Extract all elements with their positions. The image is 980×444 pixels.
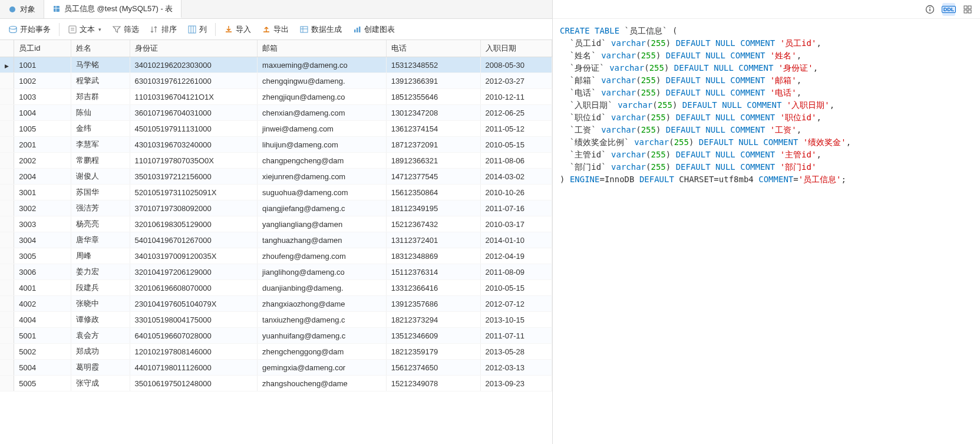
cell[interactable]: 540104196701267000: [130, 232, 258, 248]
cell[interactable]: 320104197206129000: [130, 264, 258, 280]
row-gutter[interactable]: [0, 89, 14, 105]
row-gutter[interactable]: [0, 73, 14, 89]
table-row[interactable]: 3005周峰340103197009120035Xzhoufeng@dameng…: [0, 248, 552, 264]
cell[interactable]: 3005: [14, 248, 71, 264]
table-row[interactable]: 3006姜力宏320104197206129000jianglihong@dam…: [0, 264, 552, 280]
cell[interactable]: 2011-08-09: [480, 264, 552, 280]
cell[interactable]: 姜力宏: [71, 264, 130, 280]
cell[interactable]: 450105197911131000: [130, 121, 258, 137]
row-gutter[interactable]: [0, 137, 14, 153]
tab-0[interactable]: 对象: [0, 0, 44, 18]
cell[interactable]: 15612374650: [386, 360, 480, 376]
cell[interactable]: 2011-08-06: [480, 153, 552, 169]
cell[interactable]: 13912357686: [386, 296, 480, 312]
cell[interactable]: 2013-09-23: [480, 376, 552, 392]
cell[interactable]: jinwei@dameng.com: [258, 121, 387, 137]
cell[interactable]: 谭修政: [71, 312, 130, 328]
row-gutter[interactable]: [0, 280, 14, 296]
row-gutter[interactable]: [0, 121, 14, 137]
cell[interactable]: 3003: [14, 216, 71, 232]
cell[interactable]: 18912366321: [386, 153, 480, 169]
cell[interactable]: 陈仙: [71, 105, 130, 121]
cell[interactable]: 330105198004175000: [130, 312, 258, 328]
cell[interactable]: 630103197612261000: [130, 73, 258, 89]
cell[interactable]: 2010-12-11: [480, 89, 552, 105]
cell[interactable]: zhengchenggong@dam: [258, 344, 387, 360]
cell[interactable]: 13112372401: [386, 232, 480, 248]
cell[interactable]: 3002: [14, 200, 71, 216]
table-row[interactable]: 4001段建兵320106196608070000duanjianbing@da…: [0, 280, 552, 296]
cell[interactable]: 2002: [14, 153, 71, 169]
cell[interactable]: 张守成: [71, 376, 130, 392]
cell[interactable]: changpengcheng@dam: [258, 153, 387, 169]
cell[interactable]: tanghuazhang@damen: [258, 232, 387, 248]
column-header[interactable]: 姓名: [71, 40, 130, 57]
cell[interactable]: 15112376314: [386, 264, 480, 280]
cell[interactable]: 3004: [14, 232, 71, 248]
cell[interactable]: chenxian@dameng.com: [258, 105, 387, 121]
filter-button[interactable]: 筛选: [107, 22, 144, 37]
cell[interactable]: 5001: [14, 328, 71, 344]
datagen-button[interactable]: 数据生成: [295, 22, 347, 37]
ddl-button[interactable]: DDL: [942, 3, 955, 16]
cell[interactable]: 杨亮亮: [71, 216, 130, 232]
cell[interactable]: 18212373294: [386, 312, 480, 328]
cell[interactable]: 440107198011126000: [130, 360, 258, 376]
cell[interactable]: 1001: [14, 57, 71, 73]
row-gutter[interactable]: [0, 57, 14, 73]
cell[interactable]: 2012-04-19: [480, 248, 552, 264]
cell[interactable]: 5002: [14, 344, 71, 360]
cell[interactable]: 3001: [14, 185, 71, 200]
cell[interactable]: 110103196704121O1X: [130, 89, 258, 105]
cell[interactable]: 2012-07-12: [480, 296, 552, 312]
row-gutter[interactable]: [0, 169, 14, 185]
cell[interactable]: tanxiuzheng@dameng.c: [258, 312, 387, 328]
cell[interactable]: 18512355646: [386, 89, 480, 105]
table-row[interactable]: 4004谭修政330105198004175000tanxiuzheng@dam…: [0, 312, 552, 328]
cell[interactable]: 1004: [14, 105, 71, 121]
cell[interactable]: 2004: [14, 169, 71, 185]
table-row[interactable]: 2001李慧军430103196703240000lihuijun@dameng…: [0, 137, 552, 153]
cell[interactable]: 370107197308092000: [130, 200, 258, 216]
table-row[interactable]: 2002常鹏程110107197807035O0Xchangpengcheng@…: [0, 153, 552, 169]
cell[interactable]: 430103196703240000: [130, 137, 258, 153]
cell[interactable]: 2012-03-13: [480, 360, 552, 376]
tab-1[interactable]: 员工信息 @test (MySQL57) - 表: [44, 0, 182, 18]
row-gutter[interactable]: [0, 216, 14, 232]
cell[interactable]: 1005: [14, 121, 71, 137]
cell[interactable]: 2010-05-15: [480, 137, 552, 153]
row-gutter[interactable]: [0, 264, 14, 280]
cell[interactable]: xiejunren@dameng.com: [258, 169, 387, 185]
cell[interactable]: 唐华章: [71, 232, 130, 248]
cell[interactable]: qiangjiefang@dameng.c: [258, 200, 387, 216]
cell[interactable]: 2008-05-30: [480, 57, 552, 73]
cell[interactable]: 120102197808146000: [130, 344, 258, 360]
row-gutter[interactable]: [0, 185, 14, 200]
cell[interactable]: zhangshoucheng@dame: [258, 376, 387, 392]
row-gutter[interactable]: [0, 312, 14, 328]
table-row[interactable]: 3002强洁芳370107197308092000qiangjiefang@da…: [0, 200, 552, 216]
cell[interactable]: 4001: [14, 280, 71, 296]
cell[interactable]: 18712372091: [386, 137, 480, 153]
cell[interactable]: gemingxia@dameng.cor: [258, 360, 387, 376]
row-gutter[interactable]: [0, 248, 14, 264]
column-header[interactable]: 身份证: [130, 40, 258, 57]
columns-button[interactable]: 列: [183, 22, 212, 37]
export-button[interactable]: 导出: [257, 22, 293, 37]
table-row[interactable]: 2004谢俊人350103197212156000xiejunren@damen…: [0, 169, 552, 185]
start-transaction-button[interactable]: 开始事务: [4, 22, 55, 37]
cell[interactable]: 2001: [14, 137, 71, 153]
cell[interactable]: 14712377545: [386, 169, 480, 185]
ddl-code[interactable]: CREATE TABLE `员工信息` ( `员工id` varchar(255…: [553, 19, 980, 444]
table-row[interactable]: 1004陈仙360107196704031000chenxian@dameng.…: [0, 105, 552, 121]
table-row[interactable]: 3004唐华章540104196701267000tanghuazhang@da…: [0, 232, 552, 248]
row-gutter[interactable]: [0, 200, 14, 216]
data-grid[interactable]: 员工id姓名身份证邮箱电话入职日期 1001马学铭340102196202303…: [0, 40, 552, 444]
cell[interactable]: 350103197212156000: [130, 169, 258, 185]
table-row[interactable]: 3003杨亮亮320106198305129000yangliangliang@…: [0, 216, 552, 232]
row-gutter[interactable]: [0, 105, 14, 121]
table-row[interactable]: 5004葛明霞440107198011126000gemingxia@damen…: [0, 360, 552, 376]
table-row[interactable]: 1001马学铭340102196202303000maxueming@damen…: [0, 57, 552, 73]
cell[interactable]: 640105196607028000: [130, 328, 258, 344]
grid-view-button[interactable]: [961, 3, 974, 16]
